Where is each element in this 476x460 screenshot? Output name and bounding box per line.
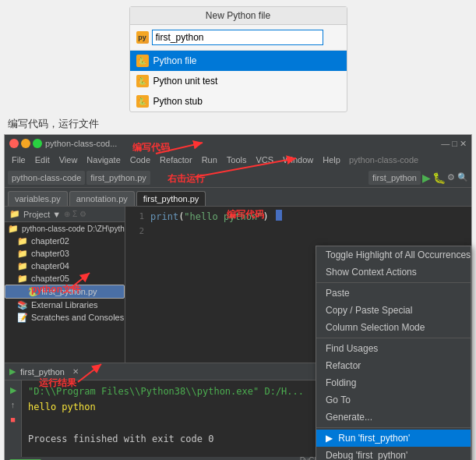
run-icon: ▶	[326, 433, 333, 444]
menu-file[interactable]: File	[8, 154, 30, 165]
debug-button[interactable]: 🐛	[432, 172, 446, 184]
menu-refactor[interactable]: Refactor	[156, 154, 196, 165]
ide-titlebar: python-class-cod... — □ ✕	[5, 135, 471, 152]
python-icon: 🐍	[136, 55, 149, 67]
file-type-list: 🐍 Python file 🐍 Python unit test 🐍 Pytho…	[130, 50, 347, 111]
toolbar-extra-btns: ⚙ 🔍	[447, 172, 468, 182]
python-test-icon: 🐍	[136, 75, 149, 87]
ctx-show-context-actions[interactable]: Show Context Actions	[316, 264, 471, 281]
annotation-write-run: 编写代码，运行文件	[0, 112, 476, 134]
tab-variables[interactable]: variables.py	[8, 191, 68, 206]
run-side-panel: ▶ ↑ ■	[5, 380, 22, 457]
project-icon: 📁	[9, 209, 20, 219]
ctx-copy-paste-special[interactable]: Copy / Paste Special	[316, 302, 471, 319]
folder-icon: 📁	[8, 223, 19, 234]
window-controls	[9, 139, 42, 148]
filename-input[interactable]	[152, 30, 323, 45]
ctx-find-usages[interactable]: Find Usages	[316, 340, 471, 357]
ide-window: python-class-cod... — □ ✕ File Edit View…	[4, 134, 472, 460]
tree-scratches[interactable]: 📝 Scratches and Consoles	[5, 311, 125, 324]
run-side-up[interactable]: ↑	[7, 398, 19, 411]
code-line-1: 1 print("hello python")	[132, 210, 465, 225]
print-keyword: print	[150, 211, 178, 222]
menu-help[interactable]: Help	[319, 154, 344, 165]
py-file-icon: 🐍	[27, 286, 38, 297]
tab-first-python[interactable]: first_python.py	[136, 191, 206, 206]
maximize-btn[interactable]	[33, 139, 42, 148]
code-line-2: 2	[132, 225, 465, 239]
ctx-sep-1	[316, 282, 471, 283]
window-title: python-class-cod...	[45, 139, 438, 148]
tree-chapter04[interactable]: 📁 chapter04	[5, 260, 125, 272]
ctx-paste[interactable]: Paste	[316, 285, 471, 302]
ctx-refactor[interactable]: Refactor	[316, 357, 471, 374]
run-button[interactable]: ▶	[422, 172, 431, 184]
folder-icon-ch05: 📁	[17, 273, 28, 284]
menu-run[interactable]: Run	[198, 154, 221, 165]
python-file-icon: py	[136, 31, 149, 44]
dialog-input-row: py	[130, 25, 347, 50]
ctx-toggle-highlight[interactable]: Toggle Highlight of All Occurrences	[316, 246, 471, 264]
menu-code[interactable]: Code	[126, 154, 154, 165]
menu-window[interactable]: Window	[279, 154, 317, 165]
menu-tools[interactable]: Tools	[223, 154, 251, 165]
tree-chapter03[interactable]: 📁 chapter03	[5, 247, 125, 260]
python-unit-test-option[interactable]: 🐍 Python unit test	[130, 71, 347, 91]
python-stub-icon: 🐍	[136, 95, 149, 108]
python-file-option[interactable]: 🐍 Python file	[130, 51, 347, 71]
python-stub-option[interactable]: 🐍 Python stub	[130, 91, 347, 111]
ide-toolbar: python-class-code first_python.py first_…	[5, 168, 471, 188]
new-file-dialog: New Python file py 🐍 Python file 🐍 Pytho…	[129, 6, 347, 112]
run-panel-title: first_python	[20, 367, 65, 377]
libs-icon: 📚	[17, 299, 28, 310]
project-name: python-class-code	[349, 155, 418, 165]
project-header: 📁 Project ▼ ⊕ Σ ⚙	[5, 207, 125, 222]
tree-first-python[interactable]: 🐍 first_python.py	[5, 285, 125, 299]
folder-icon-ch04: 📁	[17, 260, 28, 271]
folder-icon-ch03: 📁	[17, 248, 28, 259]
ctx-debug[interactable]: Debug 'first_python'	[316, 447, 471, 460]
project-dropdown[interactable]: python-class-code	[8, 171, 85, 185]
run-config-dropdown[interactable]: first_python	[368, 171, 421, 185]
ctx-goto[interactable]: Go To	[316, 391, 471, 409]
context-menu: Toggle Highlight of All Occurrences Show…	[316, 246, 471, 460]
ctx-sep-3	[316, 427, 471, 428]
ctx-generate[interactable]: Generate...	[316, 409, 471, 426]
ctx-column-selection[interactable]: Column Selection Mode	[316, 319, 471, 336]
run-side-stop[interactable]: ■	[7, 413, 19, 426]
close-btn[interactable]	[9, 139, 19, 148]
run-close-tab[interactable]: ✕	[72, 367, 79, 376]
editor-tabs: variables.py annotation.py first_python.…	[5, 188, 471, 207]
run-side-play[interactable]: ▶	[7, 384, 19, 396]
ctx-folding[interactable]: Folding	[316, 374, 471, 391]
window-controls-extra: — □ ✕	[441, 139, 467, 149]
sidebar-actions: ⊕ Σ ⚙	[64, 210, 86, 218]
run-status-icon: ▶	[9, 366, 16, 377]
breadcrumb-file[interactable]: first_python.py	[86, 171, 150, 185]
menu-edit[interactable]: Edit	[31, 154, 54, 165]
string-literal: "hello python"	[184, 211, 263, 222]
ctx-run[interactable]: ▶ Run 'first_python'	[316, 430, 471, 447]
tree-chapter02[interactable]: 📁 chapter02	[5, 235, 125, 247]
tree-root[interactable]: 📁 python-class-code D:\ZH\pythor	[5, 222, 125, 235]
ide-main-content: 📁 Project ▼ ⊕ Σ ⚙ 📁 python-class-code D:…	[5, 207, 471, 363]
ide-menubar: File Edit View Navigate Code Refactor Ru…	[5, 152, 471, 168]
tab-annotation[interactable]: annotation.py	[69, 191, 135, 206]
menu-view[interactable]: View	[55, 154, 82, 165]
tree-chapter05[interactable]: 📁 chapter05	[5, 272, 125, 285]
minimize-btn[interactable]	[21, 139, 30, 148]
dialog-title: New Python file	[130, 7, 347, 25]
menu-vcs[interactable]: VCS	[252, 154, 278, 165]
folder-icon-ch02: 📁	[17, 235, 28, 246]
project-sidebar: 📁 Project ▼ ⊕ Σ ⚙ 📁 python-class-code D:…	[5, 207, 125, 363]
scratches-icon: 📝	[17, 312, 28, 323]
ctx-sep-2	[316, 338, 471, 338]
menu-navigate[interactable]: Navigate	[83, 154, 124, 165]
cursor	[276, 210, 282, 221]
tree-external-libs[interactable]: 📚 External Libraries	[5, 299, 125, 311]
